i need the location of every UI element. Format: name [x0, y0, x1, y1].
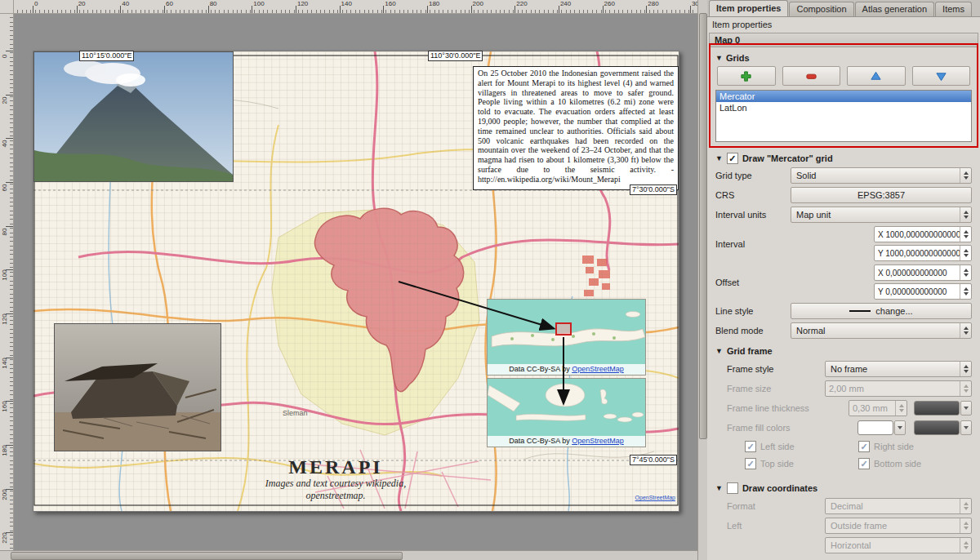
article-text: On 25 October 2010 the Indonesian govern…	[474, 67, 678, 186]
frame-fill-color2-dropdown[interactable]	[960, 420, 972, 435]
blend-mode-select[interactable]: Normal	[791, 322, 972, 339]
frame-fill-color2-swatch[interactable]	[914, 420, 960, 435]
grid-list[interactable]: Mercator LatLon	[715, 90, 972, 142]
top-side-checkbox[interactable]	[745, 458, 756, 469]
line-style-label: Line style	[715, 306, 791, 316]
qgis-print-composer-window: 0204060801001201401601802002202402602803…	[0, 0, 980, 560]
volcano-photo[interactable]	[33, 51, 234, 182]
offset-x-input[interactable]: X 0,000000000000	[874, 264, 972, 281]
openstreetmap-link[interactable]: OpenStreetMap	[572, 365, 624, 373]
map-title: MERAPI	[242, 456, 430, 478]
left-frame-select[interactable]: Outside frame	[825, 518, 972, 534]
vertical-scrollbar-handle[interactable]	[699, 13, 707, 439]
composition-canvas[interactable]: 0204060801001201401601802002202402602803…	[0, 0, 697, 560]
draw-coordinates-checkbox[interactable]	[727, 482, 738, 494]
minus-icon	[805, 70, 817, 82]
move-grid-down-button[interactable]	[912, 66, 971, 86]
chevron-down-icon	[898, 426, 902, 429]
composition-page[interactable]: On 25 October 2010 the Indonesian govern…	[33, 51, 679, 512]
draw-grid-row: ▼ Draw "Mercator" grid	[707, 151, 980, 166]
tab-items[interactable]: Items	[935, 2, 972, 16]
spinner-arrows-icon	[960, 246, 971, 260]
house-photo[interactable]	[54, 323, 221, 451]
frame-line-thickness-label: Frame line thickness	[727, 403, 849, 413]
format-select[interactable]: Decimal	[825, 498, 972, 514]
ruler-corner	[0, 0, 14, 14]
frame-size-label: Frame size	[727, 384, 825, 393]
grid-type-select[interactable]: Solid	[791, 167, 972, 184]
inset-map-bottom[interactable]: Data CC-By-SA by OpenStreetMap	[487, 378, 646, 447]
crs-button[interactable]: EPSG:3857	[791, 187, 972, 203]
inset-top-credit: Data CC-By-SA by OpenStreetMap	[488, 364, 645, 375]
format-label: Format	[727, 501, 825, 511]
grid-list-item-mercator[interactable]: Mercator	[716, 91, 971, 102]
grid-coord-label-nw: 110°15'0.000"E	[79, 51, 134, 61]
horizontal-scrollbar[interactable]	[0, 550, 697, 560]
openstreetmap-link[interactable]: OpenStreetMap	[572, 437, 624, 445]
chevron-down-icon	[964, 407, 969, 410]
offset-y-input[interactable]: Y 0,000000000000	[874, 283, 972, 300]
add-grid-button[interactable]	[717, 66, 776, 86]
frame-size-input[interactable]: 2,00 mm	[825, 380, 972, 397]
right-side-option: Right side	[858, 441, 972, 452]
top-side-option: Top side	[745, 458, 858, 469]
draw-coordinates-header[interactable]: ▼ Draw coordinates	[707, 480, 980, 496]
tab-item-properties[interactable]: Item properties	[709, 0, 788, 16]
frame-line-thickness-input[interactable]: 0,30 mm	[849, 400, 907, 416]
grid-list-item-latlon[interactable]: LatLon	[716, 102, 971, 113]
tab-composition[interactable]: Composition	[789, 2, 853, 16]
ruler-horizontal: 0204060801001201401601802002202402602803…	[13, 0, 697, 14]
dock-title: Item properties	[707, 17, 980, 32]
map-subtitle: Images and text courtesy wikipedia, open…	[242, 478, 430, 502]
map-title-block[interactable]: MERAPI Images and text courtesy wikipedi…	[242, 456, 430, 502]
page-credit-link[interactable]: OpenStreetMap	[635, 495, 675, 500]
panel-tab-bar: Item properties Composition Atlas genera…	[707, 0, 980, 17]
arrow-up-icon	[870, 70, 882, 82]
draw-grid-checkbox[interactable]	[727, 153, 738, 164]
grid-coord-label-e1: 7°30'0.000"S	[630, 184, 677, 195]
spinner-arrows-icon	[960, 265, 971, 280]
grid-coord-label-e2: 7°45'0.000"S	[630, 455, 677, 465]
collapse-triangle-icon: ▼	[715, 484, 723, 492]
grids-header[interactable]: ▼ Grids	[715, 51, 972, 64]
frame-fill-color1-dropdown[interactable]	[894, 420, 906, 435]
spinner-arrows-icon	[960, 381, 971, 396]
right-side-checkbox[interactable]	[858, 441, 870, 452]
interval-y-input[interactable]: Y 1000,000000000000	[874, 245, 972, 261]
bottom-side-checkbox[interactable]	[858, 458, 870, 469]
spinner-arrows-icon	[960, 499, 971, 513]
article-text-frame[interactable]: On 25 October 2010 the Indonesian govern…	[473, 66, 679, 190]
house-photo-image	[55, 324, 220, 451]
blend-mode-label: Blend mode	[715, 326, 791, 336]
collapse-triangle-icon: ▼	[715, 54, 723, 62]
spinner-arrows-icon	[960, 284, 971, 299]
frame-fill-colors-label: Frame fill colors	[727, 423, 858, 433]
inset-map-top[interactable]: Data CC-By-SA by OpenStreetMap	[487, 299, 646, 376]
interval-units-select[interactable]: Map unit	[791, 207, 972, 223]
frame-line-color-swatch[interactable]	[914, 401, 960, 416]
left-side-option: Left side	[745, 441, 858, 452]
move-grid-up-button[interactable]	[847, 66, 906, 86]
interval-x-input[interactable]: X 1000,000000000000	[874, 226, 972, 242]
item-properties-panel: Item properties Composition Atlas genera…	[707, 0, 980, 560]
tab-atlas-generation[interactable]: Atlas generation	[855, 2, 935, 16]
map-label-sleman: Sleman	[283, 409, 308, 417]
spinner-arrows-icon	[960, 518, 971, 533]
spinner-arrows-icon	[960, 362, 971, 376]
left-orientation-select[interactable]: Horizontal	[825, 537, 972, 553]
left-side-checkbox[interactable]	[745, 441, 756, 452]
horizontal-scrollbar-handle[interactable]	[11, 552, 403, 560]
interval-label: Interval	[715, 239, 874, 249]
frame-style-select[interactable]: No frame	[825, 361, 972, 377]
arrow-down-icon	[935, 70, 947, 82]
inset-bottom-credit: Data CC-By-SA by OpenStreetMap	[488, 436, 645, 447]
draw-grid-label: Draw "Mercator" grid	[742, 153, 833, 163]
frame-fill-color1-swatch[interactable]	[858, 420, 893, 435]
grids-group: ▼ Grids Mercator LatLon	[707, 48, 980, 144]
remove-grid-button[interactable]	[782, 66, 841, 86]
left-coordinate-label: Left	[727, 521, 825, 531]
grid-frame-header[interactable]: ▼ Grid frame	[707, 343, 980, 359]
frame-line-color-dropdown[interactable]	[960, 401, 972, 416]
collapse-triangle-icon: ▼	[715, 154, 723, 162]
line-style-button[interactable]: change...	[791, 303, 972, 319]
